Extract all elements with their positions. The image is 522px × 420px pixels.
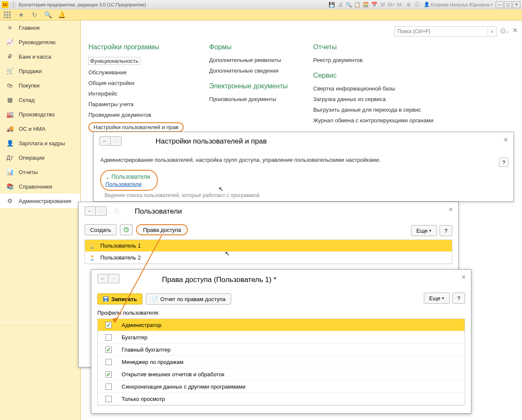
forward-button[interactable]: →: [96, 206, 107, 216]
more-button[interactable]: Еще▾: [411, 225, 437, 236]
profile-row[interactable]: Только просмотр: [98, 393, 465, 405]
close-button[interactable]: ✕: [513, 1, 520, 8]
back-button[interactable]: ←: [97, 274, 108, 283]
info-icon[interactable]: ⓘ: [413, 1, 421, 8]
preview-icon[interactable]: 🔍: [345, 1, 353, 8]
minimize-button[interactable]: —: [496, 1, 503, 8]
profile-checkbox[interactable]: ✓: [105, 371, 112, 378]
settings-gear-icon[interactable]: ⚙▾: [499, 26, 508, 36]
panel-close-icon[interactable]: ✕: [503, 136, 508, 143]
user-name: Пользователь 1: [100, 242, 141, 249]
back-button[interactable]: ←: [85, 206, 96, 216]
section-link[interactable]: Настройки пользователей и прав: [88, 122, 184, 132]
profile-row[interactable]: ✓Открытие внешних отчетов и обработок: [98, 368, 465, 381]
content-close-icon[interactable]: ✕: [512, 26, 518, 34]
save-icon[interactable]: 💾: [328, 1, 336, 8]
section-link[interactable]: Произвольные документы: [209, 96, 288, 102]
history-icon[interactable]: ↻: [31, 11, 38, 19]
nav-item-7[interactable]: 🚚ОС и НМА: [0, 121, 80, 136]
users-group-header[interactable]: Пользователи: [105, 173, 150, 180]
panel-close-icon[interactable]: ✕: [448, 206, 453, 213]
refresh-button[interactable]: [120, 224, 133, 235]
profile-name: Только просмотр: [119, 396, 165, 402]
m-minus-button[interactable]: M-: [396, 1, 404, 8]
profile-checkbox[interactable]: ✓: [105, 322, 112, 328]
profile-checkbox[interactable]: [105, 359, 112, 365]
profile-row[interactable]: ✓Главный бухгалтер: [98, 344, 465, 356]
nav-item-4[interactable]: 🛍Покупки: [0, 78, 80, 93]
user-icon: 👤: [424, 2, 430, 7]
current-user[interactable]: 👤Егорова Наталья Юрьевна▾: [424, 2, 492, 7]
maximize-button[interactable]: ◻: [504, 1, 512, 8]
profile-checkbox[interactable]: ✓: [105, 347, 112, 353]
search-clear[interactable]: ×: [488, 28, 496, 35]
nav-item-9[interactable]: ДтОперации: [0, 150, 80, 165]
apps-icon[interactable]: [3, 11, 11, 19]
back-button[interactable]: ←: [99, 136, 111, 146]
section-link[interactable]: Общие настройки: [88, 80, 184, 86]
section-title: Отчеты: [313, 43, 434, 51]
help-button[interactable]: ?: [499, 158, 508, 167]
section-link[interactable]: Свертка информационной базы: [313, 85, 434, 92]
nav-item-3[interactable]: 🛒Продажи: [0, 64, 80, 78]
user-row[interactable]: Пользователь 2: [85, 252, 452, 264]
search-input[interactable]: [395, 28, 488, 34]
section-link[interactable]: Выгрузить данные для перехода в сервис: [313, 107, 434, 113]
m-plus-button[interactable]: M+: [388, 1, 395, 8]
profile-checkbox[interactable]: [105, 383, 112, 390]
zoom-icon[interactable]: ⊕: [405, 1, 412, 8]
nav-item-2[interactable]: ₽Банк и касса: [0, 49, 80, 64]
calendar-icon[interactable]: 📅: [371, 1, 378, 8]
star-icon[interactable]: ★: [17, 11, 25, 19]
clipboard-icon[interactable]: 📋: [354, 1, 361, 8]
section-link[interactable]: Параметры учета: [88, 101, 184, 107]
section-link[interactable]: Дополнительные реквизиты: [209, 57, 288, 63]
nav-item-0[interactable]: ≡Главное: [0, 20, 80, 35]
nav-item-5[interactable]: ▦Склад: [0, 93, 80, 107]
more-button[interactable]: Еще▾: [424, 293, 450, 304]
bell-icon[interactable]: 🔔: [58, 11, 65, 19]
section-link[interactable]: Реестр документов: [313, 57, 434, 63]
nav-icon: 📚: [6, 183, 14, 190]
profile-checkbox[interactable]: [105, 396, 112, 402]
help-button[interactable]: ?: [452, 293, 465, 304]
section-link[interactable]: Функциональность: [88, 57, 140, 65]
section-link[interactable]: Проведение документов: [88, 112, 184, 118]
calc-icon[interactable]: 🧮: [362, 1, 370, 8]
forward-button[interactable]: →: [108, 274, 119, 283]
search-icon[interactable]: 🔍: [44, 11, 52, 19]
nav-item-11[interactable]: 📚Справочники: [0, 179, 80, 194]
access-rights-button[interactable]: Права доступа: [136, 224, 188, 235]
panel-close-icon[interactable]: ✕: [461, 274, 466, 280]
rights-report-button[interactable]: 📄Отчет по правам доступа: [146, 293, 231, 304]
help-button[interactable]: ?: [440, 225, 452, 236]
nav-item-6[interactable]: 🏭Производство: [0, 107, 80, 121]
section-link[interactable]: Журнал обмена с контролирующими органами: [313, 117, 434, 124]
nav-item-10[interactable]: 📊Отчеты: [0, 165, 80, 179]
profile-name: Синхронизация данных с другими программа…: [119, 383, 246, 390]
profile-row[interactable]: Бухгалтер: [98, 331, 465, 344]
search-box[interactable]: ×: [394, 26, 496, 37]
section-link[interactable]: Обслуживание: [88, 69, 184, 76]
section-link[interactable]: Загрузка данных из сервиса: [313, 96, 434, 102]
section-link[interactable]: Дополнительные сведения: [209, 68, 288, 74]
nav-item-1[interactable]: 📈Руководителю: [0, 35, 80, 49]
create-button[interactable]: Создать: [85, 224, 116, 235]
titlebar-dropdown[interactable]: ▾: [10, 2, 16, 8]
profile-row[interactable]: Менеджер по продажам: [98, 356, 465, 368]
profile-checkbox[interactable]: [105, 334, 112, 341]
forward-button[interactable]: →: [111, 136, 122, 146]
profile-name: Администратор: [119, 322, 162, 328]
m-button[interactable]: M: [379, 1, 387, 8]
profile-row[interactable]: ✓Администратор: [98, 319, 465, 331]
favorite-star-icon[interactable]: ☆: [113, 206, 120, 216]
nav-item-12[interactable]: ⚙Администрирование: [0, 194, 80, 208]
user-row[interactable]: Пользователь 1: [85, 240, 452, 252]
users-link[interactable]: Пользователи: [105, 181, 150, 187]
profile-row[interactable]: Синхронизация данных с другими программа…: [98, 381, 465, 393]
section-link[interactable]: Интерфейс: [88, 90, 184, 97]
nav-item-8[interactable]: 👤Зарплата и кадры: [0, 136, 80, 150]
save-button[interactable]: Записать: [97, 293, 142, 304]
print-icon[interactable]: 🖨: [337, 1, 344, 8]
nav-label: Администрирование: [19, 198, 71, 204]
